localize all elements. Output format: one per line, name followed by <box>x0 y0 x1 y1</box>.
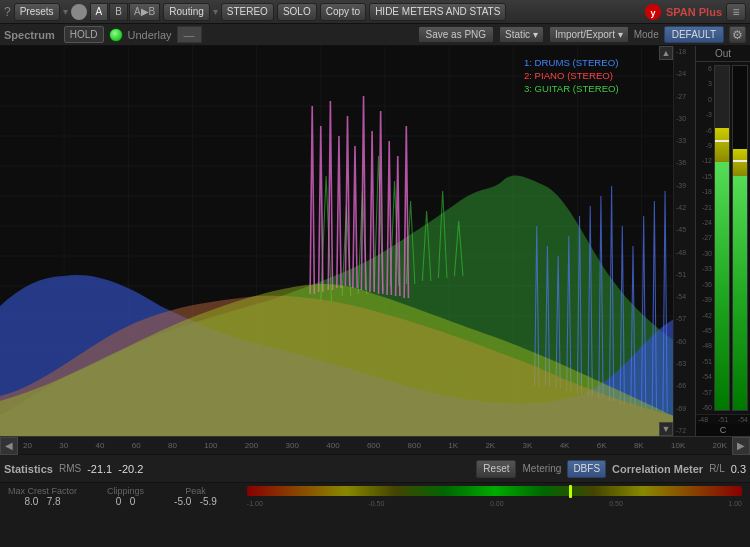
right-meter <box>732 65 748 411</box>
scroll-up-button[interactable]: ▲ <box>659 46 673 60</box>
out-meter: Out 6 3 0 -3 -6 -9 -12 -15 -18 -21 -24 -… <box>695 46 750 436</box>
a-button[interactable]: A <box>90 3 109 21</box>
clippings-label: Clippings <box>107 486 144 496</box>
help-icon[interactable]: ? <box>4 5 11 19</box>
statistics-tab[interactable]: Statistics <box>4 463 53 475</box>
corr-value: 0.3 <box>731 463 746 475</box>
correlation-meter-visual: -1.00 -0.50 0.00 0.50 1.00 <box>247 486 742 507</box>
logo-area: y SPAN Plus ≡ <box>644 3 746 21</box>
rms-left-value: -21.1 <box>87 463 112 475</box>
right-meter-indicator <box>733 160 747 162</box>
spectrum-display: 1: DRUMS (STEREO) 2: PIANO (STEREO) 3: G… <box>0 46 695 436</box>
meter-c-label: C <box>696 424 750 436</box>
corr-needle <box>569 485 572 498</box>
svg-text:3: GUITAR (STEREO): 3: GUITAR (STEREO) <box>524 84 619 94</box>
peak-label: Peak <box>185 486 206 496</box>
svg-text:2: PIANO (STEREO): 2: PIANO (STEREO) <box>524 71 613 81</box>
spectrum-tab[interactable]: Spectrum <box>4 29 55 41</box>
default-button[interactable]: DEFAULT <box>664 26 724 43</box>
copyto-button[interactable]: Copy to <box>320 3 366 21</box>
static-button[interactable]: Static ▾ <box>499 26 544 43</box>
presets-arrow[interactable]: ▾ <box>63 6 68 17</box>
rl-label: R/L <box>709 463 725 474</box>
db-scale-right: -18 -24 -27 -30 -33 -36 -39 -42 -45 -48 … <box>673 46 695 436</box>
importexport-button[interactable]: Import/Export ▾ <box>549 26 629 43</box>
presets-button[interactable]: Presets <box>14 3 60 21</box>
left-meter <box>714 65 730 411</box>
logo-text: SPAN Plus <box>666 6 722 18</box>
reset-button[interactable]: Reset <box>476 460 516 478</box>
rms-right-value: -20.2 <box>118 463 143 475</box>
gear-button[interactable]: ⚙ <box>729 26 746 43</box>
reset-button[interactable] <box>71 4 87 20</box>
clippings-group: Clippings 0 0 <box>107 486 144 507</box>
crest-values: 8.0 7.8 <box>24 496 60 507</box>
freq-right-button[interactable]: ▶ <box>732 437 750 455</box>
stereo-button[interactable]: STEREO <box>221 3 274 21</box>
active-led <box>109 28 123 42</box>
meter-area: 6 3 0 -3 -6 -9 -12 -15 -18 -21 -24 -27 -… <box>696 62 750 414</box>
b-button[interactable]: B <box>109 3 128 21</box>
svg-text:1: DRUMS (STEREO): 1: DRUMS (STEREO) <box>524 58 618 68</box>
metering-label: Metering <box>522 463 561 474</box>
underlay-label: Underlay <box>128 29 172 41</box>
svg-text:y: y <box>650 8 655 18</box>
dbfs-button[interactable]: DBFS <box>567 460 606 478</box>
rms-label: RMS <box>59 463 81 474</box>
freq-nav-row: ◀ 20 30 40 60 80 100 200 300 400 600 800… <box>0 436 750 454</box>
crest-factor-group: Max Crest Factor 8.0 7.8 <box>8 486 77 507</box>
save-png-button[interactable]: Save as PNG <box>418 26 495 43</box>
spectrum-panel: Spectrum HOLD Underlay — Save as PNG Sta… <box>0 24 750 46</box>
crest-label: Max Crest Factor <box>8 486 77 496</box>
hide-meters-button[interactable]: HIDE METERS AND STATS <box>369 3 506 21</box>
clippings-values: 0 0 <box>116 496 135 507</box>
routing-button[interactable]: Routing <box>163 3 209 21</box>
top-toolbar: ? Presets ▾ A B A▶B Routing ▾ STEREO SOL… <box>0 0 750 24</box>
menu-button[interactable]: ≡ <box>726 3 746 21</box>
mode-label: Mode <box>634 29 659 40</box>
stats-bar: Statistics RMS -21.1 -20.2 Reset Meterin… <box>0 454 750 482</box>
main-area: 1: DRUMS (STEREO) 2: PIANO (STEREO) 3: G… <box>0 46 750 436</box>
dash-button[interactable]: — <box>177 26 202 43</box>
routing-arrow[interactable]: ▾ <box>213 6 218 17</box>
hold-button[interactable]: HOLD <box>64 26 104 43</box>
freq-left-button[interactable]: ◀ <box>0 437 18 455</box>
corr-bar <box>247 486 742 496</box>
scroll-down-button[interactable]: ▼ <box>659 422 673 436</box>
spectrum-canvas: 1: DRUMS (STEREO) 2: PIANO (STEREO) 3: G… <box>0 46 695 436</box>
peak-values: -5.0 -5.9 <box>174 496 217 507</box>
out-label: Out <box>696 46 750 62</box>
left-meter-indicator <box>715 140 729 142</box>
logo-icon: y <box>644 3 662 21</box>
freq-labels: 20 30 40 60 80 100 200 300 400 600 800 1… <box>18 441 732 450</box>
corr-bar-container <box>247 486 742 498</box>
meter-scale: 6 3 0 -3 -6 -9 -12 -15 -18 -21 -24 -27 -… <box>698 65 712 411</box>
menu-icon: ≡ <box>732 5 739 19</box>
meter-bottom-scale: -48 -51 -54 <box>696 414 750 424</box>
correlation-tab[interactable]: Correlation Meter <box>612 463 703 475</box>
ab-button[interactable]: A▶B <box>129 3 160 21</box>
peak-group: Peak -5.0 -5.9 <box>174 486 217 507</box>
ab-group: A B A▶B <box>90 3 161 21</box>
stats-detail: Max Crest Factor 8.0 7.8 Clippings 0 0 P… <box>0 482 750 510</box>
meter-bars <box>714 65 748 411</box>
corr-scale-labels: -1.00 -0.50 0.00 0.50 1.00 <box>247 500 742 507</box>
solo-button[interactable]: SOLO <box>277 3 317 21</box>
